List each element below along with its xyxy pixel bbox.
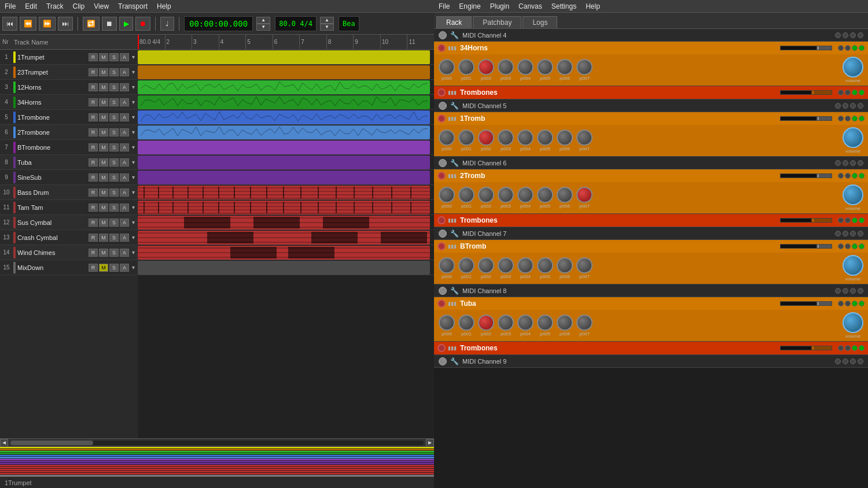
track-s-btn-12[interactable]: S xyxy=(109,219,119,227)
track-a-btn-13[interactable]: A xyxy=(120,234,129,242)
volume-knob[interactable] xyxy=(843,127,863,148)
track-r-btn-2[interactable]: R xyxy=(89,68,98,76)
track-r-btn-6[interactable]: R xyxy=(89,128,98,136)
track-a-btn-9[interactable]: A xyxy=(120,173,129,182)
knob-7[interactable] xyxy=(576,130,593,146)
track-s-btn-1[interactable]: S xyxy=(109,53,119,61)
instrument-power-btn[interactable] xyxy=(437,172,446,180)
knob-4[interactable] xyxy=(517,187,534,203)
tab-rack[interactable]: Rack xyxy=(436,16,472,28)
midi-dot-1[interactable] xyxy=(843,231,848,236)
track-s-btn-3[interactable]: S xyxy=(109,83,119,91)
instrument-fader-bar[interactable] xyxy=(780,46,832,50)
track-s-btn-11[interactable]: S xyxy=(109,204,119,212)
knob-6[interactable] xyxy=(557,59,573,75)
inst-dot-0[interactable] xyxy=(838,301,844,306)
clip-block-6[interactable] xyxy=(138,125,430,139)
midi-dot-2[interactable] xyxy=(850,103,856,109)
btn-forward-end[interactable]: ⏭ xyxy=(58,17,73,31)
clip-block-10[interactable] xyxy=(138,186,430,199)
midi-power-btn[interactable] xyxy=(439,357,447,365)
volume-knob[interactable] xyxy=(843,255,863,276)
track-r-btn-4[interactable]: R xyxy=(89,98,98,106)
scroll-left-btn[interactable]: ◀ xyxy=(0,439,8,447)
knob-2[interactable] xyxy=(478,315,494,331)
midi-dot-3[interactable] xyxy=(858,103,863,109)
midi-power-btn[interactable] xyxy=(439,230,447,238)
rack-menu-canvas[interactable]: Canvas xyxy=(514,1,547,12)
time-up[interactable]: ▲ xyxy=(256,17,270,24)
clip-block-11[interactable] xyxy=(138,201,430,215)
instrument-fader-bar[interactable] xyxy=(780,173,832,178)
knob-3[interactable] xyxy=(498,315,514,331)
track-a-btn-11[interactable]: A xyxy=(120,204,129,212)
track-a-btn-15[interactable]: A xyxy=(120,264,129,272)
track-a-btn-2[interactable]: A xyxy=(120,68,129,76)
knob-2[interactable] xyxy=(478,257,494,273)
inst-dot-1[interactable] xyxy=(845,116,851,121)
midi-dot-1[interactable] xyxy=(843,288,848,294)
midi-dot-3[interactable] xyxy=(858,288,863,294)
instrument-fader-bar[interactable] xyxy=(780,301,832,306)
knob-1[interactable] xyxy=(458,59,475,75)
inst-dot-1[interactable] xyxy=(845,173,851,179)
track-m-btn-1[interactable]: M xyxy=(99,53,108,61)
bpm-down[interactable]: ▼ xyxy=(320,24,334,31)
scroll-right-btn[interactable]: ▶ xyxy=(426,439,434,447)
volume-knob[interactable] xyxy=(843,57,863,77)
knob-0[interactable] xyxy=(439,257,455,273)
inst-dot-0[interactable] xyxy=(838,243,844,249)
track-r-btn-15[interactable]: R xyxy=(89,264,98,272)
knob-1[interactable] xyxy=(458,315,475,331)
instrument-fader-bar[interactable] xyxy=(780,244,832,249)
midi-dot-2[interactable] xyxy=(850,288,856,294)
track-r-btn-12[interactable]: R xyxy=(89,219,98,227)
midi-dot-0[interactable] xyxy=(835,288,841,294)
inst-dot-2[interactable] xyxy=(852,45,858,51)
knob-2[interactable] xyxy=(478,187,494,203)
midi-power-btn[interactable] xyxy=(439,102,447,110)
btn-record[interactable]: ⏺ xyxy=(135,17,150,31)
menu-file[interactable]: File xyxy=(0,1,20,12)
clip-block-14[interactable] xyxy=(138,246,430,260)
rack-menu-engine[interactable]: Engine xyxy=(454,1,485,12)
midi-dot-0[interactable] xyxy=(835,32,841,38)
track-a-btn-12[interactable]: A xyxy=(120,219,129,227)
midi-dot-1[interactable] xyxy=(843,160,848,166)
inst-dot-3[interactable] xyxy=(859,173,865,179)
knob-3[interactable] xyxy=(498,187,514,203)
track-s-btn-15[interactable]: S xyxy=(109,264,119,272)
track-s-btn-8[interactable]: S xyxy=(109,158,119,167)
knob-5[interactable] xyxy=(537,187,553,203)
knob-3[interactable] xyxy=(498,59,514,75)
knob-1[interactable] xyxy=(458,187,475,203)
track-m-btn-11[interactable]: M xyxy=(99,204,108,212)
knob-0[interactable] xyxy=(439,315,455,331)
knob-5[interactable] xyxy=(537,130,553,146)
inst-dot-0[interactable] xyxy=(838,45,844,51)
knob-4[interactable] xyxy=(517,315,534,331)
clip-block-13[interactable] xyxy=(138,231,430,245)
track-s-btn-14[interactable]: S xyxy=(109,249,119,257)
track-s-btn-6[interactable]: S xyxy=(109,128,119,136)
clip-block-9[interactable] xyxy=(138,171,430,184)
knob-5[interactable] xyxy=(537,59,553,75)
midi-dot-0[interactable] xyxy=(835,358,841,364)
track-m-btn-8[interactable]: M xyxy=(99,158,108,167)
midi-dot-2[interactable] xyxy=(850,231,856,236)
track-r-btn-8[interactable]: R xyxy=(89,158,98,167)
track-m-btn-15[interactable]: M xyxy=(99,264,108,272)
clip-block-5[interactable] xyxy=(138,110,430,124)
rack-menu-help[interactable]: Help xyxy=(581,1,605,12)
track-a-btn-1[interactable]: A xyxy=(120,53,129,61)
track-m-btn-6[interactable]: M xyxy=(99,128,108,136)
instrument-power-btn[interactable] xyxy=(437,216,446,224)
midi-dot-0[interactable] xyxy=(835,231,841,236)
inst-dot-1[interactable] xyxy=(845,217,851,223)
inst-dot-1[interactable] xyxy=(845,45,851,51)
instrument-power-btn[interactable] xyxy=(437,114,446,123)
menu-clip[interactable]: Clip xyxy=(68,1,90,12)
track-s-btn-7[interactable]: S xyxy=(109,143,119,151)
h-scrollbar[interactable]: ◀ ▶ xyxy=(0,438,434,446)
inst-dot-0[interactable] xyxy=(838,90,844,95)
